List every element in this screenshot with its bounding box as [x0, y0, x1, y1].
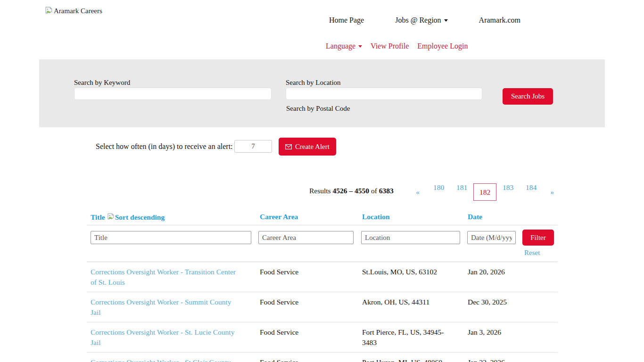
create-alert-button[interactable]: Create Alert: [279, 138, 336, 156]
column-header-location[interactable]: Location: [358, 207, 464, 221]
job-location-cell: St.Louis, MO, US, 63102: [358, 262, 464, 292]
results-label: Results: [309, 187, 331, 195]
nav-jobs-region-label: Jobs @ Region: [395, 16, 441, 24]
nav-aramark-com[interactable]: Aramark.com: [479, 16, 520, 25]
title-filter-input[interactable]: [91, 231, 251, 244]
job-rows: Corrections Oversight Worker - Transitio…: [87, 262, 558, 362]
filter-row: Filter Reset: [87, 225, 558, 262]
job-career-area-cell: Food Service: [256, 353, 358, 362]
results-count: Results 4526 – 4550 of 6383: [309, 187, 394, 195]
nav-home-page[interactable]: Home Page: [329, 16, 364, 25]
postal-code-toggle[interactable]: Search by Postal Code: [286, 105, 350, 113]
search-panel: Search by Keyword Search by Location Sea…: [39, 59, 605, 127]
envelope-icon: [285, 144, 292, 149]
job-location-cell: Fort Pierce, FL, US, 34945-3483: [358, 322, 464, 352]
job-title-link[interactable]: Corrections Oversight Worker - St. Lucie…: [91, 328, 234, 346]
career-area-filter-input[interactable]: [258, 231, 354, 244]
pagination-pages: 180181182183184: [427, 183, 543, 201]
location-input[interactable]: [286, 88, 482, 100]
location-filter-input[interactable]: [361, 231, 460, 244]
nav-home-page-label: Home Page: [329, 16, 364, 24]
job-results-table: Title Sort descending Career Area Locati…: [87, 207, 558, 362]
job-actions-cell: [519, 262, 558, 292]
results-total: 6383: [379, 187, 394, 195]
column-header-actions: [519, 207, 558, 213]
keyword-input[interactable]: [74, 88, 272, 100]
table-row: Corrections Oversight Worker - St Clair …: [87, 353, 558, 362]
job-actions-cell: [519, 292, 558, 322]
nav-language[interactable]: Language: [326, 42, 362, 50]
alert-section: Select how often (in days) to receive an…: [0, 138, 644, 156]
table-header-row: Title Sort descending Career Area Locati…: [87, 207, 558, 225]
pagination-page-182[interactable]: 182: [473, 183, 496, 201]
pagination: « 180181182183184 »: [408, 183, 561, 201]
job-actions-cell: [519, 322, 558, 352]
job-title-cell: Corrections Oversight Worker - Transitio…: [87, 262, 256, 292]
nav-view-profile[interactable]: View Profile: [371, 42, 409, 50]
job-career-area-cell: Food Service: [256, 292, 358, 322]
job-title-link[interactable]: Corrections Oversight Worker - St Clair …: [91, 358, 231, 362]
pagination-page-183[interactable]: 183: [496, 183, 520, 201]
job-date-cell: Jan 3, 2026: [464, 322, 519, 352]
date-filter-input[interactable]: [467, 231, 516, 244]
job-career-area-cell: Food Service: [256, 322, 358, 352]
filter-button[interactable]: Filter: [522, 230, 554, 246]
results-range: 4526 – 4550: [333, 187, 370, 195]
job-title-cell: Corrections Oversight Worker - St Clair …: [87, 353, 256, 362]
title-header-label: Title: [91, 213, 105, 222]
table-row: Corrections Oversight Worker - Summit Co…: [87, 292, 558, 322]
job-date-cell: Jan 20, 2026: [464, 262, 519, 292]
column-header-title[interactable]: Title Sort descending: [87, 207, 256, 222]
broken-image-icon: [107, 213, 115, 222]
location-label: Search by Location: [286, 79, 341, 87]
job-title-link[interactable]: Corrections Oversight Worker - Summit Co…: [91, 298, 231, 316]
site-logo[interactable]: Aramark Careers: [45, 6, 102, 16]
caret-down-icon: [358, 45, 362, 48]
caret-down-icon: [444, 19, 448, 22]
logo-alt-text: Aramark Careers: [54, 7, 102, 15]
table-row: Corrections Oversight Worker - St. Lucie…: [87, 322, 558, 353]
pagination-page-181[interactable]: 181: [450, 183, 473, 201]
results-of: of: [371, 187, 377, 195]
pagination-next[interactable]: »: [543, 188, 561, 197]
column-header-date[interactable]: Date: [464, 207, 519, 221]
nav-language-label: Language: [326, 42, 355, 50]
alert-frequency-label: Select how often (in days) to receive an…: [96, 142, 233, 151]
job-location-cell: Port Huron, MI, US, 48060: [358, 353, 464, 362]
broken-image-icon: [45, 6, 53, 16]
column-header-career-area[interactable]: Career Area: [256, 207, 358, 221]
job-location-cell: Akron, OH, US, 44311: [358, 292, 464, 322]
pagination-page-184[interactable]: 184: [520, 183, 543, 201]
job-career-area-cell: Food Service: [256, 262, 358, 292]
nav-view-profile-label: View Profile: [371, 42, 409, 50]
job-date-cell: Dec 30, 2025: [464, 292, 519, 322]
pagination-prev[interactable]: «: [408, 188, 427, 197]
secondary-navigation: Language View Profile Employee Login: [326, 42, 468, 50]
sort-descending-alt-text: Sort descending: [115, 213, 165, 222]
reset-link[interactable]: Reset: [524, 249, 540, 257]
nav-employee-login-label: Employee Login: [417, 42, 468, 50]
alert-days-input[interactable]: [234, 140, 272, 153]
create-alert-label: Create Alert: [295, 143, 330, 151]
nav-jobs-region[interactable]: Jobs @ Region: [395, 16, 447, 25]
pagination-page-180[interactable]: 180: [427, 183, 450, 201]
job-date-cell: Jan 22, 2026: [464, 353, 519, 362]
keyword-label: Search by Keyword: [74, 79, 130, 87]
search-jobs-button[interactable]: Search Jobs: [503, 88, 553, 105]
job-title-cell: Corrections Oversight Worker - St. Lucie…: [87, 322, 256, 352]
job-title-cell: Corrections Oversight Worker - Summit Co…: [87, 292, 256, 322]
nav-employee-login[interactable]: Employee Login: [417, 42, 468, 50]
job-title-link[interactable]: Corrections Oversight Worker - Transitio…: [91, 268, 236, 286]
job-actions-cell: [519, 353, 558, 362]
top-navigation: Home Page Jobs @ Region Aramark.com: [329, 16, 520, 25]
nav-aramark-com-label: Aramark.com: [479, 16, 520, 24]
table-row: Corrections Oversight Worker - Transitio…: [87, 262, 558, 292]
